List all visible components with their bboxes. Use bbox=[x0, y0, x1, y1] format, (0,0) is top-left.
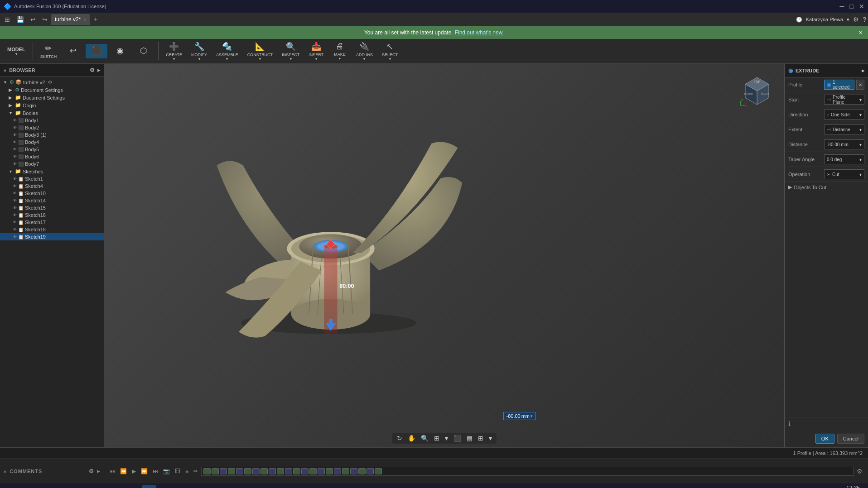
extent-value[interactable]: ⊣ Distance ▾ bbox=[824, 124, 864, 134]
sidebar-item-body2[interactable]: 👁 ⬛ Body2 bbox=[0, 124, 104, 131]
comments-settings-icon[interactable]: ⚙ bbox=[89, 468, 94, 474]
modify-button[interactable]: 🔧 MODIFY ▾ bbox=[188, 40, 211, 63]
fusion-button active[interactable]: F bbox=[142, 485, 156, 488]
sidebar-item-body6[interactable]: 👁 ⬛ Body6 bbox=[0, 153, 104, 160]
save-icon[interactable]: 💾 bbox=[14, 16, 27, 23]
sketch4-eye-icon[interactable]: 👁 bbox=[13, 184, 17, 188]
sidebar-item-sketch18[interactable]: 👁 📋 Sketch18 bbox=[0, 226, 104, 233]
sketch1-eye-icon[interactable]: 👁 bbox=[13, 177, 17, 181]
timeline-item-5[interactable] bbox=[236, 468, 243, 474]
timeline-item-9[interactable] bbox=[269, 468, 276, 474]
zoom-dropdown-icon[interactable]: ▾ bbox=[443, 434, 450, 443]
sidebar-item-sketches[interactable]: ▾ 📁 Sketches bbox=[0, 167, 104, 175]
close-window-button[interactable]: ✕ bbox=[859, 3, 864, 10]
timeline-item-15[interactable] bbox=[318, 468, 325, 474]
notification-close-button[interactable]: × bbox=[859, 29, 863, 36]
timeline-item-2[interactable] bbox=[212, 468, 219, 474]
tree-root[interactable]: ▾ ⚙ 📦 turbine v2 ⚙ bbox=[0, 78, 104, 86]
sidebar-item-sketch1[interactable]: 👁 📋 Sketch1 bbox=[0, 175, 104, 182]
sketch17-eye-icon[interactable]: 👁 bbox=[13, 220, 17, 225]
file-explorer-button[interactable]: 📁 bbox=[50, 485, 63, 488]
sidebar-item-sketch4[interactable]: 👁 📋 Sketch4 bbox=[0, 182, 104, 190]
main-tab[interactable]: turbine v2* × bbox=[51, 14, 90, 25]
sidebar-item-body5[interactable]: 👁 ⬛ Body5 bbox=[0, 146, 104, 153]
timeline-next-button[interactable]: ⏩ bbox=[139, 467, 149, 475]
timeline-item-16[interactable] bbox=[326, 468, 333, 474]
timeline-item-4[interactable] bbox=[228, 468, 235, 474]
info-icon[interactable]: ℹ bbox=[788, 420, 791, 427]
fit-icon[interactable]: ⊞ bbox=[432, 434, 441, 443]
timeline-item-13[interactable] bbox=[301, 468, 309, 474]
timeline-item-10[interactable] bbox=[277, 468, 284, 474]
user-dropdown-icon[interactable]: ▾ bbox=[847, 17, 849, 23]
settings-icon[interactable]: ⚙ bbox=[853, 16, 859, 23]
root-settings-icon[interactable]: ⚙ bbox=[48, 80, 52, 85]
sidebar-item-sketch14[interactable]: 👁 📋 Sketch14 bbox=[0, 197, 104, 204]
minimize-button[interactable]: ─ bbox=[840, 3, 844, 10]
sidebar-item-bodies[interactable]: ▾ 📁 Bodies bbox=[0, 109, 104, 117]
sidebar-item-sketch16[interactable]: 👁 📋 Sketch16 bbox=[0, 211, 104, 219]
profile-value[interactable]: ▣ 1 selected bbox=[824, 80, 854, 90]
finish-sketch-button[interactable]: ↩ bbox=[62, 44, 84, 58]
sidebar-item-origin[interactable]: ▶ 📁 Origin bbox=[0, 101, 104, 109]
timeline-annotation-icon[interactable]: ✏ bbox=[192, 467, 200, 475]
search-button[interactable]: 🔍 bbox=[19, 485, 33, 488]
redo-icon[interactable]: ↪ bbox=[39, 16, 50, 23]
body3-eye-icon[interactable]: 👁 bbox=[13, 133, 17, 137]
apps-menu-icon[interactable]: ⊞ bbox=[2, 16, 13, 23]
timeline-item-7[interactable] bbox=[252, 468, 260, 474]
maximize-button[interactable]: □ bbox=[850, 3, 854, 10]
timeline-item-19[interactable] bbox=[350, 468, 357, 474]
body7-eye-icon[interactable]: 👁 bbox=[13, 162, 17, 166]
timeline-settings-icon[interactable]: ⚙ bbox=[855, 467, 864, 476]
mail-button[interactable]: ✉ bbox=[96, 485, 110, 488]
view-cube-icon[interactable]: ⬛ bbox=[452, 434, 463, 443]
browser-expand-icon[interactable]: » bbox=[4, 67, 6, 73]
tab-close-button[interactable]: × bbox=[83, 17, 86, 22]
timeline-frame-icon[interactable]: 🎞 bbox=[173, 467, 182, 475]
navigation-cube[interactable]: TOP RIGHT FRONT x y bbox=[739, 73, 775, 109]
sidebar-item-body1[interactable]: 👁 ⬛ Body1 bbox=[0, 117, 104, 124]
notification-link[interactable]: Find out what's new. bbox=[455, 29, 504, 36]
timeline-item-12[interactable] bbox=[293, 468, 300, 474]
construct-button[interactable]: 📐 CONSTRUCT ▾ bbox=[244, 40, 277, 63]
timeline-item-1[interactable] bbox=[203, 468, 211, 474]
surface-button[interactable]: ◉ bbox=[109, 44, 131, 58]
sidebar-item-body4[interactable]: 👁 ⬛ Body4 bbox=[0, 139, 104, 146]
mesh-button[interactable]: ⬡ bbox=[133, 44, 154, 58]
timeline-compare-icon[interactable]: ≡ bbox=[183, 467, 190, 475]
dimension-input[interactable]: -80.00 mm ▾ bbox=[503, 412, 536, 420]
create-sketch-button[interactable]: ✏ SKETCH bbox=[37, 42, 61, 61]
direction-value[interactable]: ↕ One Side ▾ bbox=[824, 110, 864, 120]
app7-button[interactable]: 📋 bbox=[158, 485, 171, 488]
new-tab-button[interactable]: + bbox=[91, 15, 100, 24]
distance-value[interactable]: -80.00 mm ▾ bbox=[824, 139, 864, 149]
sketch14-eye-icon[interactable]: 👁 bbox=[13, 198, 17, 203]
app5-button[interactable]: 🎮 bbox=[127, 485, 140, 488]
orbit-icon[interactable]: ↻ bbox=[395, 434, 404, 443]
chrome-button[interactable]: ⊙ bbox=[81, 485, 94, 488]
sketch18-eye-icon[interactable]: 👁 bbox=[13, 227, 17, 232]
sketch10-eye-icon[interactable]: 👁 bbox=[13, 191, 17, 196]
objects-to-cut-row[interactable]: ▶ Objects To Cut bbox=[785, 182, 868, 192]
timeline-item-14[interactable] bbox=[309, 468, 317, 474]
browser-settings-icon[interactable]: ⚙ bbox=[90, 67, 95, 73]
make-button[interactable]: 🖨 MAKE ▾ bbox=[329, 40, 351, 62]
undo-icon[interactable]: ↩ bbox=[28, 16, 39, 23]
timeline-item-8[interactable] bbox=[260, 468, 268, 474]
body2-eye-icon[interactable]: 👁 bbox=[13, 125, 17, 130]
sketch15-eye-icon[interactable]: 👁 bbox=[13, 206, 17, 210]
create-button[interactable]: ➕ CREATE ▾ bbox=[162, 40, 186, 63]
body6-eye-icon[interactable]: 👁 bbox=[13, 154, 17, 159]
body5-eye-icon[interactable]: 👁 bbox=[13, 147, 17, 152]
sidebar-item-sketch17[interactable]: 👁 📋 Sketch17 bbox=[0, 219, 104, 226]
comments-collapse-icon[interactable]: ▸ bbox=[97, 468, 100, 474]
sidebar-item-sketch19[interactable]: 👁 📋 Sketch19 bbox=[0, 233, 104, 240]
sidebar-item-sketch10[interactable]: 👁 📋 Sketch10 bbox=[0, 190, 104, 197]
sidebar-item-body3[interactable]: 👁 ⬛ Body3 (1) bbox=[0, 131, 104, 139]
solid-button[interactable]: ⬛ bbox=[86, 44, 107, 58]
profile-clear-button[interactable]: ✕ bbox=[856, 80, 864, 90]
assemble-button[interactable]: 🔩 ASSEMBLE ▾ bbox=[212, 40, 242, 63]
timeline-capture-icon[interactable]: 📷 bbox=[161, 467, 172, 475]
grid-dropdown-icon[interactable]: ▾ bbox=[487, 434, 494, 443]
